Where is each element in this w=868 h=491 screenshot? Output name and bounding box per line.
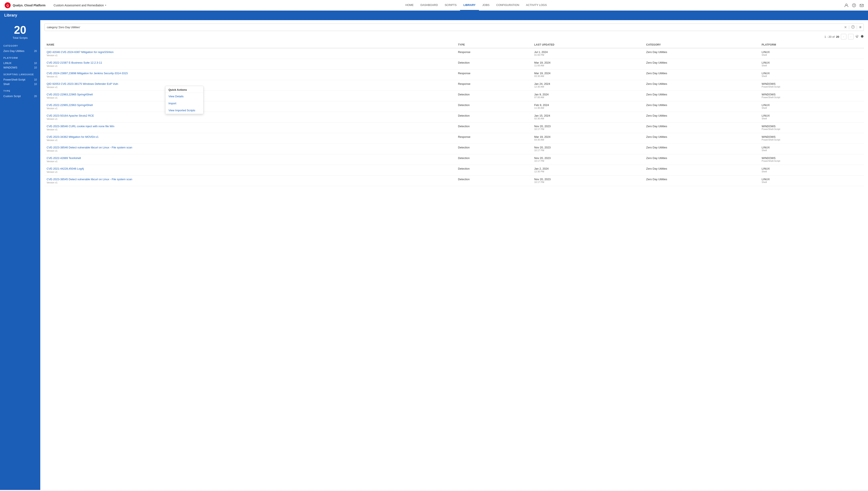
script-name-link[interactable]: QID 42046 CVE-2024-6387 Mitigation for r… [47,51,114,54]
script-version: Version v1 [47,149,454,152]
sidebar-total-number: 20 [3,24,37,35]
script-version: Version v1 [47,139,454,141]
table-row: CVE-2023-38546 Detect vulnerable libcurl… [44,144,864,154]
script-date: Jan 24, 2024 12:30 AM [532,80,644,91]
script-type: Detection [456,144,532,154]
script-name-link[interactable]: CVE-2023-38546 CURL cookie inject with n… [47,125,114,128]
search-bar: ✕ ? ≡ [44,24,864,31]
nav-item-library[interactable]: LIBRARY [460,0,479,10]
sidebar-total-label: Total Scripts [3,36,37,39]
nav-item-home[interactable]: HOME [402,0,417,10]
script-date: Jan 15, 2024 02:30 AM [532,112,644,122]
script-category: Zero Day Utilities [644,69,759,80]
script-name-link[interactable]: CVE-2021-44228,45046 Log4j [47,167,84,170]
script-category: Zero Day Utilities [644,154,759,165]
refresh-button[interactable] [855,34,859,39]
context-menu-import[interactable]: Import [166,100,203,107]
logo-text: Qualys. Cloud Platform [13,4,46,7]
table-body: QID 42046 CVE-2024-6387 Mitigation for r… [44,48,864,186]
script-platform: WINDOWS PowerShell-Script [759,122,864,133]
script-date: Nov 20, 2023 10:17 PM [532,154,644,165]
sidebar-type-custom-script-label[interactable]: Custom Script [3,94,21,98]
nav-item-configuration[interactable]: CONFIGURATION [493,0,522,10]
script-category: Zero Day Utilities [644,144,759,154]
script-date: Jul 1, 2024 01:00 PM [532,48,644,59]
context-menu: Quick Actions View Details Import View I… [165,86,204,114]
sidebar-category-zero-day-label[interactable]: Zero Day Utilities [3,49,24,53]
app-selector-chevron-icon: ▾ [105,4,106,6]
script-name-link[interactable]: CVE-2022-22965,22963 Spring4Shell [47,104,93,107]
sidebar-platform-linux[interactable]: LINUX 10 [3,61,37,65]
script-name-link[interactable]: CVE-2022-21587 E-Business Suite 12.2.3-1… [47,61,102,64]
script-date: Feb 9, 2024 11:30 AM [532,102,644,112]
search-divider [849,25,849,29]
sidebar-platform-linux-label[interactable]: LINUX [3,61,11,65]
context-menu-header: Quick Actions [166,86,203,93]
app-selector[interactable]: Custom Assessment and Remediation ▾ [52,3,108,8]
svg-text:?: ? [853,4,855,7]
table-row: CVE-2023-34362 Mitigation for MOVEit-v1 … [44,133,864,144]
sidebar-scripting-shell-label[interactable]: Shell [3,83,9,86]
mail-icon[interactable] [860,3,864,7]
script-version: Version v1 [47,160,454,163]
sidebar-platform-windows-count: 10 [34,66,37,69]
search-help-icon[interactable]: ? [851,25,855,29]
table-header: NAME TYPE LAST UPDATED CATEGORY PLATFORM [44,41,864,48]
script-platform: LINUX Shell [759,176,864,186]
script-category: Zero Day Utilities [644,80,759,91]
app-name: Custom Assessment and Remediation [54,4,104,7]
sidebar-platform-windows-label[interactable]: WINDOWS [3,66,18,69]
script-category: Zero Day Utilities [644,59,759,69]
search-menu-icon[interactable]: ≡ [859,25,862,29]
sidebar-scripting-shell[interactable]: Shell 10 [3,82,37,86]
script-date: Mar 19, 2024 03:30 AM [532,133,644,144]
help-icon[interactable]: ? [852,3,856,7]
script-name-link[interactable]: CVE-2023-50164 Apache Struts2 RCE [47,114,94,117]
nav-item-jobs[interactable]: JOBS [479,0,493,10]
table-row: CVE-2023-38546 CURL cookie inject with n… [44,122,864,133]
script-name-link[interactable]: CVE-2023-38546 Detect vulnerable libcurl… [47,146,132,149]
nav-item-scripts[interactable]: SCRIPTS [441,0,460,10]
script-name-link[interactable]: CVE-2024-23897,23898 Mitigation for Jenk… [47,71,128,75]
sidebar-scripting-powershell-label[interactable]: PowerShell-Script [3,78,25,81]
script-date: Nov 20, 2023 10:17 PM [532,176,644,186]
script-platform: WINDOWS PowerShell-Script [759,154,864,165]
script-date: Mar 19, 2024 11:00 AM [532,59,644,69]
script-name-link[interactable]: CVE-2023-34362 Mitigation for MOVEit-v1 [47,135,98,139]
sidebar-section-platform-title: PLATFORM [3,57,37,59]
script-name-link[interactable]: QID 92053 CVE-2023-38175 Windows Defende… [47,82,118,85]
svg-text:Q: Q [6,4,9,7]
page-header: Library [0,10,868,20]
script-version: Version v1 [47,128,454,131]
script-platform: LINUX Shell [759,144,864,154]
script-platform: LINUX Shell [759,48,864,59]
prev-page-button[interactable]: ‹ [841,34,846,39]
user-icon[interactable] [844,3,848,7]
col-name: NAME [44,41,456,48]
col-platform: PLATFORM [759,41,864,48]
search-input[interactable] [47,26,844,29]
sidebar-scripting-powershell[interactable]: PowerShell-Script 10 [3,77,37,82]
script-version: Version v1 [47,107,454,110]
script-name-link[interactable]: CVE-2022-22963,22965 Spring4Shell [47,93,93,96]
script-name-link[interactable]: CVE-2023-38545 Detect vulnerable libcurl… [47,178,132,181]
table-row: QID 42046 CVE-2024-6387 Mitigation for r… [44,48,864,59]
script-version: Version v1 [47,181,454,184]
sidebar: 20 Total Scripts CATEGORY Zero Day Utili… [0,20,40,490]
context-menu-view-details[interactable]: View Details [166,93,203,100]
script-platform: LINUX Shell [759,112,864,122]
script-name-link[interactable]: CVE-2022-42889 Text4shell [47,156,81,160]
search-actions: ✕ ? ≡ [844,25,862,29]
sidebar-platform-windows[interactable]: WINDOWS 10 [3,65,37,70]
script-type: Detection [456,176,532,186]
nav-item-activity-logs[interactable]: ACTIVITY LOGS [522,0,550,10]
next-page-button[interactable]: › [848,34,854,39]
search-clear-icon[interactable]: ✕ [844,25,847,29]
script-category: Zero Day Utilities [644,176,759,186]
sidebar-category-zero-day[interactable]: Zero Day Utilities 20 [3,49,37,53]
script-type: Detection [456,59,532,69]
sidebar-type-custom-script[interactable]: Custom Script 20 [3,94,37,98]
context-menu-view-imported[interactable]: View Imported Scripts [166,107,203,114]
settings-button[interactable] [860,34,864,39]
nav-item-dashboard[interactable]: DASHBOARD [417,0,441,10]
